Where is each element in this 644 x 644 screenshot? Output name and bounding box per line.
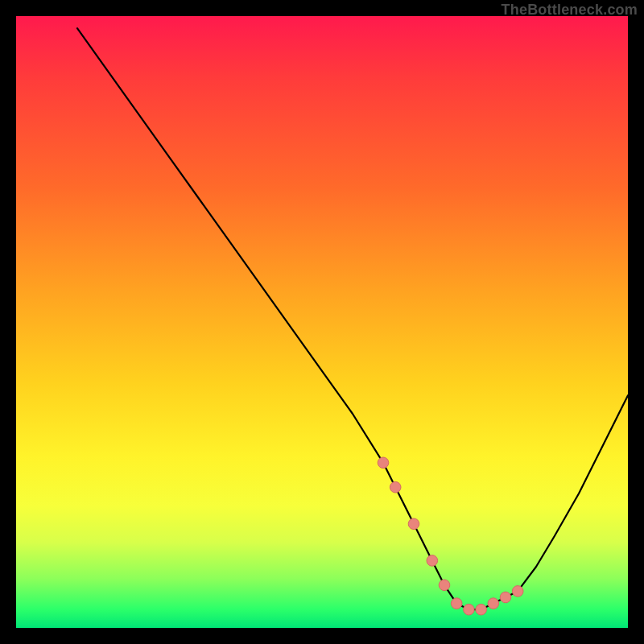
gradient-background — [16, 16, 628, 628]
watermark-text: TheBottleneck.com — [502, 2, 638, 19]
chart-frame — [16, 16, 628, 628]
